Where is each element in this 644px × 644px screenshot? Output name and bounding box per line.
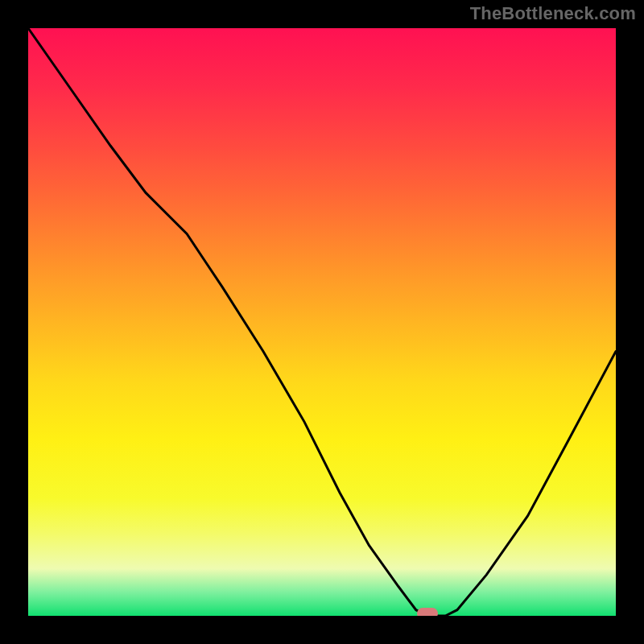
- curve-svg: [28, 28, 616, 616]
- curve-path: [28, 28, 616, 616]
- watermark-text: TheBottleneck.com: [470, 3, 636, 24]
- plot-area: [28, 28, 616, 616]
- min-marker: [417, 608, 438, 616]
- chart-frame: TheBottleneck.com: [0, 0, 644, 644]
